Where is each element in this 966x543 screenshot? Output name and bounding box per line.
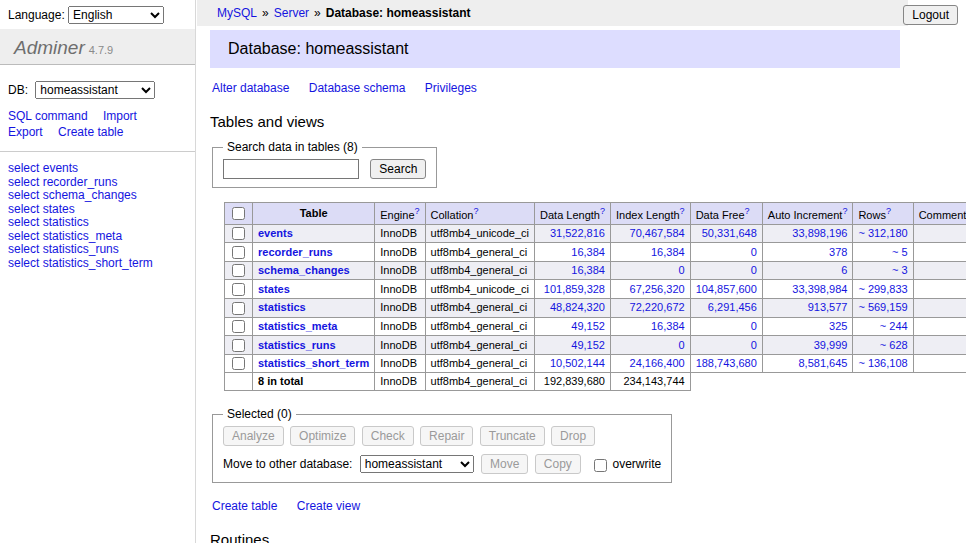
- table-name-link[interactable]: events: [258, 227, 293, 239]
- breadcrumb-server-link[interactable]: Server: [274, 6, 309, 20]
- select-link[interactable]: select: [8, 242, 39, 256]
- help-link[interactable]: ?: [842, 206, 847, 216]
- auto-increment-link[interactable]: 33,898,196: [792, 227, 847, 239]
- create-table-sidebar-link[interactable]: Create table: [58, 125, 123, 139]
- row-checkbox[interactable]: [232, 264, 245, 277]
- table-link[interactable]: states: [43, 202, 75, 216]
- table-link[interactable]: statistics_runs: [43, 242, 119, 256]
- sql-command-link[interactable]: SQL command: [8, 109, 88, 123]
- table-name-link[interactable]: recorder_runs: [258, 246, 333, 258]
- auto-increment-link[interactable]: 33,398,984: [792, 283, 847, 295]
- help-link[interactable]: ?: [886, 206, 891, 216]
- index-length-link[interactable]: 0: [679, 339, 685, 351]
- table-link[interactable]: statistics_meta: [43, 229, 122, 243]
- check-button[interactable]: Check: [362, 426, 414, 446]
- table-link[interactable]: schema_changes: [43, 188, 137, 202]
- auto-increment-link[interactable]: 39,999: [814, 339, 848, 351]
- data-length-link[interactable]: 101,859,328: [544, 283, 605, 295]
- table-name-link[interactable]: states: [258, 283, 290, 295]
- index-length-link[interactable]: 16,384: [651, 246, 685, 258]
- db-select[interactable]: homeassistant: [35, 81, 155, 99]
- auto-increment-link[interactable]: 913,577: [808, 301, 848, 313]
- index-length-link[interactable]: 16,384: [651, 320, 685, 332]
- data-length-link[interactable]: 31,522,816: [550, 227, 605, 239]
- index-length-link[interactable]: 24,166,400: [630, 357, 685, 369]
- row-checkbox[interactable]: [232, 283, 245, 296]
- select-link[interactable]: select: [8, 215, 39, 229]
- select-link[interactable]: select: [8, 202, 39, 216]
- help-link[interactable]: ?: [600, 206, 605, 216]
- overwrite-checkbox[interactable]: [594, 459, 607, 472]
- index-length-link[interactable]: 72,220,672: [630, 301, 685, 313]
- create-view-link[interactable]: Create view: [297, 499, 360, 513]
- rows-count-link[interactable]: ~ 312,180: [858, 227, 907, 239]
- table-link[interactable]: statistics_short_term: [43, 256, 153, 270]
- table-link[interactable]: events: [43, 161, 78, 175]
- data-free-link[interactable]: 0: [751, 246, 757, 258]
- rows-count-link[interactable]: ~ 5: [892, 246, 908, 258]
- rows-count-link[interactable]: ~ 136,108: [858, 357, 907, 369]
- index-length-link[interactable]: 70,467,584: [630, 227, 685, 239]
- move-button[interactable]: Move: [481, 454, 528, 474]
- breadcrumb-mysql-link[interactable]: MySQL: [217, 6, 257, 20]
- table-name-link[interactable]: statistics_meta: [258, 320, 338, 332]
- row-checkbox[interactable]: [232, 320, 245, 333]
- copy-button[interactable]: Copy: [535, 454, 581, 474]
- analyze-button[interactable]: Analyze: [223, 426, 284, 446]
- help-link[interactable]: ?: [473, 206, 478, 216]
- auto-increment-link[interactable]: 6: [841, 264, 847, 276]
- data-free-link[interactable]: 6,291,456: [708, 301, 757, 313]
- table-name-link[interactable]: statistics: [258, 301, 306, 313]
- data-length-link[interactable]: 48,824,320: [550, 301, 605, 313]
- alter-database-link[interactable]: Alter database: [212, 81, 289, 95]
- data-free-link[interactable]: 0: [751, 264, 757, 276]
- search-button[interactable]: Search: [370, 159, 426, 179]
- table-name-link[interactable]: statistics_short_term: [258, 357, 369, 369]
- auto-increment-link[interactable]: 325: [829, 320, 847, 332]
- rows-count-link[interactable]: ~ 299,833: [858, 283, 907, 295]
- table-name-link[interactable]: statistics_runs: [258, 339, 336, 351]
- export-link[interactable]: Export: [8, 125, 43, 139]
- data-free-link[interactable]: 50,331,648: [702, 227, 757, 239]
- data-length-link[interactable]: 16,384: [571, 246, 605, 258]
- index-length-link[interactable]: 67,256,320: [630, 283, 685, 295]
- data-free-link[interactable]: 0: [751, 320, 757, 332]
- drop-button[interactable]: Drop: [551, 426, 595, 446]
- repair-button[interactable]: Repair: [420, 426, 473, 446]
- select-link[interactable]: select: [8, 188, 39, 202]
- data-free-link[interactable]: 104,857,600: [696, 283, 757, 295]
- select-link[interactable]: select: [8, 175, 39, 189]
- rows-count-link[interactable]: ~ 3: [892, 264, 908, 276]
- auto-increment-link[interactable]: 378: [829, 246, 847, 258]
- select-link[interactable]: select: [8, 229, 39, 243]
- help-link[interactable]: ?: [745, 206, 750, 216]
- row-checkbox[interactable]: [232, 227, 245, 240]
- row-checkbox[interactable]: [232, 357, 245, 370]
- table-name-link[interactable]: schema_changes: [258, 264, 350, 276]
- rows-count-link[interactable]: ~ 628: [880, 339, 908, 351]
- select-link[interactable]: select: [8, 161, 39, 175]
- search-input[interactable]: [223, 159, 359, 179]
- row-checkbox[interactable]: [232, 339, 245, 352]
- select-link[interactable]: select: [8, 256, 39, 270]
- select-all-checkbox[interactable]: [232, 207, 245, 220]
- data-free-link[interactable]: 0: [751, 339, 757, 351]
- create-table-link[interactable]: Create table: [212, 499, 277, 513]
- row-checkbox[interactable]: [232, 246, 245, 259]
- data-length-link[interactable]: 49,152: [571, 320, 605, 332]
- table-link[interactable]: recorder_runs: [43, 175, 118, 189]
- data-length-link[interactable]: 49,152: [571, 339, 605, 351]
- index-length-link[interactable]: 0: [679, 264, 685, 276]
- database-schema-link[interactable]: Database schema: [309, 81, 406, 95]
- rows-count-link[interactable]: ~ 244: [880, 320, 908, 332]
- row-checkbox[interactable]: [232, 302, 245, 315]
- optimize-button[interactable]: Optimize: [290, 426, 355, 446]
- truncate-button[interactable]: Truncate: [480, 426, 545, 446]
- table-link[interactable]: statistics: [43, 215, 89, 229]
- adminer-logo-link[interactable]: Adminer: [14, 37, 85, 58]
- import-link[interactable]: Import: [103, 109, 137, 123]
- logout-button[interactable]: Logout: [903, 5, 958, 25]
- data-free-link[interactable]: 188,743,680: [696, 357, 757, 369]
- help-link[interactable]: ?: [415, 206, 420, 216]
- auto-increment-link[interactable]: 8,581,645: [798, 357, 847, 369]
